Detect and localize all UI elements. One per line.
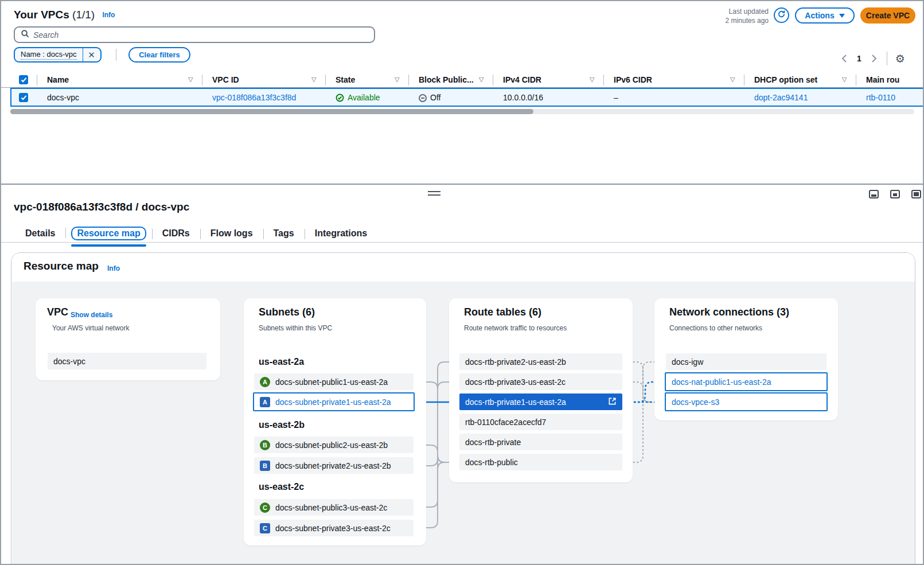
resource-map-title: Resource map [24, 260, 99, 272]
col-header-vpc-id[interactable]: VPC ID [212, 75, 239, 84]
col-header-ipv6-cidr[interactable]: IPv6 CIDR [614, 75, 652, 84]
sort-icon[interactable]: ▽ [730, 76, 735, 83]
subnet-node-private1-selected[interactable]: A docs-subnet-private1-us-east-2a [253, 392, 415, 411]
next-page-icon[interactable] [870, 54, 879, 63]
off-icon [419, 94, 427, 102]
tab-resource-map[interactable]: Resource map [65, 224, 151, 243]
subnets-column-card: Subnets (6) Subnets within this VPC us-e… [244, 298, 426, 545]
cell-ipv4-cidr: 10.0.0.0/16 [503, 93, 543, 102]
col-header-block-public[interactable]: Block Public... [419, 75, 474, 84]
cell-name: docs-vpc [47, 93, 79, 102]
sort-icon[interactable]: ▽ [842, 76, 847, 83]
filter-token[interactable]: Name : docs-vpc ✕ [14, 47, 102, 63]
available-check-icon [336, 93, 344, 102]
internet-gateway-node[interactable]: docs-igw [666, 353, 826, 370]
sort-icon[interactable]: ▽ [590, 76, 594, 83]
remove-filter-icon[interactable]: ✕ [83, 48, 100, 61]
detail-heading: vpc-018f086a13f3c3f8d / docs-vpc [14, 201, 189, 213]
vpc-column-card: VPC Show details Your AWS virtual networ… [36, 298, 220, 380]
select-all-checkbox[interactable] [19, 75, 28, 84]
pagination: 1 ⚙ [840, 52, 905, 65]
split-panel-divider [1, 184, 924, 185]
tab-flow-logs[interactable]: Flow logs [200, 225, 263, 242]
cell-dhcp-link[interactable]: dopt-2ac94141 [754, 93, 808, 102]
split-panel-drag-handle[interactable] [428, 191, 440, 196]
sort-icon[interactable]: ▽ [479, 76, 484, 83]
vpc-count: (1/1) [72, 9, 95, 21]
subnet-node-public3[interactable]: C docs-subnet-public3-us-east-2c [254, 499, 414, 516]
table-row[interactable]: docs-vpc vpc-018f086a13f3c3f8d Available… [10, 88, 924, 107]
cell-main-route-table-link[interactable]: rtb-0110 [866, 93, 895, 102]
page-number[interactable]: 1 [857, 54, 861, 63]
az-a-badge: A [260, 377, 270, 387]
sort-icon[interactable]: ▽ [188, 76, 193, 83]
route-tables-column-title: Route tables (6) [464, 306, 541, 318]
info-link[interactable]: Info [102, 11, 115, 19]
cell-ipv6-cidr: – [614, 93, 618, 102]
tab-details[interactable]: Details [15, 225, 65, 242]
route-table-node[interactable]: rtb-0110cface2acecfd7 [459, 414, 622, 430]
route-table-node[interactable]: docs-rtb-private3-us-east-2c [459, 373, 622, 390]
col-header-ipv4-cidr[interactable]: IPv4 CIDR [503, 75, 541, 84]
tab-tags[interactable]: Tags [263, 225, 305, 242]
panel-position-bottom-icon[interactable] [869, 190, 879, 198]
filter-divider [116, 49, 116, 61]
az-label: us-east-2b [259, 420, 305, 430]
cell-vpc-id-link[interactable]: vpc-018f086a13f3c3f8d [212, 93, 296, 102]
panel-maximize-icon[interactable] [911, 190, 921, 198]
route-table-node-selected[interactable]: docs-rtb-private1-us-east-2a [459, 393, 622, 410]
panel-layout-controls [869, 190, 921, 198]
resource-map-info-link[interactable]: Info [107, 264, 120, 272]
tab-cidrs[interactable]: CIDRs [152, 225, 200, 242]
vpc-endpoint-node[interactable]: docs-vpce-s3 [665, 392, 828, 411]
route-tables-column-card: Route tables (6) Route network traffic t… [449, 298, 633, 482]
resource-map-canvas: VPC Show details Your AWS virtual networ… [12, 282, 915, 565]
subnet-node-private2[interactable]: B docs-subnet-private2-us-east-2b [254, 457, 414, 474]
network-connections-column-title: Network connections (3) [669, 306, 789, 318]
search-box[interactable] [14, 26, 375, 43]
create-vpc-button[interactable]: Create VPC [860, 7, 915, 24]
az-c-badge: C [260, 502, 270, 513]
horizontal-scrollbar[interactable] [10, 109, 914, 114]
table-settings-gear-icon[interactable]: ⚙ [895, 53, 905, 64]
sort-icon[interactable]: ▽ [395, 76, 399, 83]
vpc-node[interactable]: docs-vpc [48, 353, 206, 369]
route-table-node[interactable]: docs-rtb-public [459, 454, 622, 470]
col-header-name[interactable]: Name [47, 75, 69, 84]
previous-page-icon[interactable] [840, 54, 849, 63]
external-link-icon[interactable] [608, 397, 617, 407]
subnets-column-title: Subnets (6) [259, 306, 315, 318]
filter-token-label: Name : docs-vpc [21, 50, 77, 60]
subnet-node-public1[interactable]: A docs-subnet-public1-us-east-2a [254, 373, 414, 390]
row-checkbox[interactable] [19, 93, 28, 102]
cell-state: Available [336, 93, 380, 102]
col-header-main-route-table[interactable]: Main rou [866, 75, 899, 84]
caret-down-icon [839, 14, 845, 18]
nat-gateway-node[interactable]: docs-nat-public1-us-east-2a [665, 372, 828, 391]
resource-map-panel: Resource map Info [11, 252, 915, 565]
table-header: Name ▽ VPC ID ▽ State ▽ Block Public... … [1, 72, 924, 88]
clear-filters-button[interactable]: Clear filters [128, 47, 190, 63]
subnet-node-public2[interactable]: B docs-subnet-public2-us-east-2b [254, 437, 414, 453]
route-table-node[interactable]: docs-rtb-private2-us-east-2b [459, 353, 622, 370]
show-details-link[interactable]: Show details [71, 311, 112, 319]
search-input[interactable] [33, 30, 368, 40]
refresh-icon [777, 10, 786, 21]
sort-icon[interactable]: ▽ [311, 76, 316, 83]
az-b-badge: B [260, 461, 270, 471]
tab-integrations[interactable]: Integrations [305, 225, 378, 242]
col-header-dhcp-option-set[interactable]: DHCP option set [754, 75, 817, 84]
refresh-button[interactable] [774, 7, 789, 23]
vpc-console-window: Your VPCs (1/1) Info Last updated 2 minu… [0, 0, 924, 565]
panel-position-side-icon[interactable] [890, 190, 900, 198]
actions-button[interactable]: Actions [795, 7, 855, 24]
route-table-node[interactable]: docs-rtb-private [459, 434, 622, 450]
subnet-node-private3[interactable]: C docs-subnet-private3-us-east-2c [254, 520, 414, 536]
horizontal-scrollbar-thumb[interactable] [10, 109, 533, 114]
search-icon [21, 29, 29, 40]
az-b-badge: B [260, 440, 270, 450]
col-header-state[interactable]: State [336, 75, 355, 84]
az-c-badge: C [260, 523, 270, 533]
page-title-text: Your VPCs [14, 9, 69, 21]
vpc-column-title: VPC [47, 306, 68, 318]
